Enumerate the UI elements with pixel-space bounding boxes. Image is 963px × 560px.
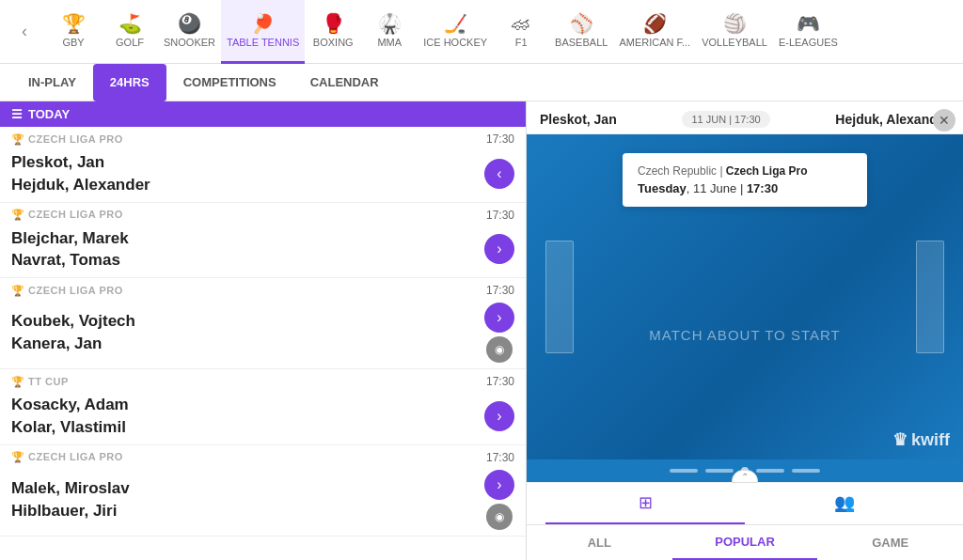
league-bold: Czech Liga Pro [726,164,808,178]
ice-hockey-label: ICE HOCKEY [423,37,487,48]
player2-name: Navrat, Tomas [11,249,484,272]
expand-button[interactable]: ⌃ [732,470,758,483]
kwiff-crown-icon: ♛ [892,429,908,450]
competition-row: 🏆 CZECH LIGA PRO17:30 [0,127,526,148]
match-players: Kosacky, Adam Kolar, Vlastimil [11,394,484,439]
match-row: Kosacky, Adam Kolar, Vlastimil › [0,390,526,444]
left-panel: ☰ TODAY 🏆 CZECH LIGA PRO17:30 Pleskot, J… [0,101,527,560]
match-arrow-button[interactable]: › [484,401,514,431]
filter-tabs: ALLPOPULARGAME [527,525,963,560]
right-content: Czech Republic | Czech Liga Pro Tuesday,… [527,134,963,560]
snooker-icon: 🎱 [178,12,201,35]
player1-name: Malek, Miroslav [11,477,484,500]
player1-name: Blejchar, Marek [11,227,484,250]
match-row: Blejchar, Marek Navrat, Tomas › [0,224,526,278]
volleyball-icon: 🏐 [723,12,747,35]
match-time: 17:30 [486,132,514,146]
match-visual: Czech Republic | Czech Liga Pro Tuesday,… [527,134,963,459]
competition-icon: 🏆 [11,133,25,145]
right-player1: Pleskot, Jan [540,112,617,127]
tab-24hrs[interactable]: 24HRS [93,64,166,101]
match-arrow-button[interactable]: › [484,303,514,333]
btn-stack: › ◉ [484,303,514,363]
players-icon: 👥 [834,492,855,513]
right-panel: ✕ Pleskot, Jan 11 JUN | 17:30 Hejduk, Al… [527,101,963,560]
nav-item-american-f[interactable]: 🏈AMERICAN F... [613,0,696,64]
nav-item-baseball[interactable]: ⚾BASEBALL [549,0,613,64]
nav-item-mma[interactable]: 🥋MMA [361,0,418,64]
competition-row: 🏆 CZECH LIGA PRO17:30 [0,203,526,224]
close-button[interactable]: ✕ [933,109,955,132]
volleyball-label: VOLLEYBALL [702,37,767,48]
filter-tab-popular[interactable]: POPULAR [672,525,818,560]
filter-tab-all[interactable]: ALL [527,526,672,559]
nav-item-e-leagues[interactable]: 🎮E-LEAGUES [773,0,844,64]
tab-calendar[interactable]: CALENDAR [293,64,396,101]
match-datetime: Tuesday, 11 June | 17:30 [638,181,852,195]
e-leagues-icon: 🎮 [797,12,820,35]
e-leagues-label: E-LEAGUES [779,37,838,48]
match-row: Pleskot, Jan Hejduk, Alexander ‹ [0,148,526,202]
table-tennis-label: TABLE TENNIS [227,37,299,48]
match-arrow-button[interactable]: › [484,234,514,264]
match-status: MATCH ABOUT TO START [649,327,840,343]
date-label: Tuesday [638,181,687,195]
court-right [916,241,944,353]
tab-competitions[interactable]: COMPETITIONS [166,64,293,101]
baseball-label: BASEBALL [555,37,608,48]
american-f-icon: 🏈 [643,12,667,35]
match-time: 17:30 [486,209,514,222]
player1-name: Kosacky, Adam [11,394,484,416]
score-dash-1 [670,469,698,473]
gby-icon: 🏆 [62,12,86,35]
nav-item-gby[interactable]: 🏆GBY [45,0,102,64]
competition-row: 🏆 TT CUP17:30 [0,369,526,390]
player1-name: Pleskot, Jan [11,151,484,174]
nav-item-table-tennis[interactable]: 🏓TABLE TENNIS [221,0,305,64]
time-value: 17:30 [747,181,778,195]
match-header-right: Pleskot, Jan 11 JUN | 17:30 Hejduk, Alex… [527,101,963,134]
american-f-label: AMERICAN F... [619,37,690,48]
match-extra-button[interactable]: ◉ [486,504,513,530]
nav-item-snooker[interactable]: 🎱SNOOKER [158,0,221,64]
score-dash-3 [756,469,784,473]
match-extra-button[interactable]: ◉ [486,336,513,363]
competition-name: 🏆 CZECH LIGA PRO [11,133,123,146]
score-dash-2 [705,469,734,473]
competition-icon: 🏆 [11,451,25,462]
tab-players[interactable]: 👥 [745,483,944,524]
match-players: Blejchar, Marek Navrat, Tomas [11,227,484,272]
nav-item-volleyball[interactable]: 🏐VOLLEYBALL [696,0,773,64]
right-bottom: ⌃ ⊞ 👥 ALLPOPULARGAME [527,482,963,560]
player2-name: Kanera, Jan [11,333,484,355]
nav-item-golf[interactable]: ⛳GOLF [102,0,158,64]
match-players: Malek, Miroslav Hiblbauer, Jiri [11,477,484,522]
grid-icon: ⊞ [639,492,653,513]
btn-stack: › ◉ [484,470,514,530]
match-arrow-button[interactable]: › [484,470,514,500]
competition-name: 🏆 CZECH LIGA PRO [11,285,123,297]
ice-hockey-icon: 🏒 [444,12,467,35]
match-time: 17:30 [486,284,514,297]
match-group: 🏆 CZECH LIGA PRO17:30 Koubek, Vojtech Ka… [0,278,526,369]
match-time: 17:30 [486,451,514,464]
match-arrow-button[interactable]: ‹ [484,159,514,189]
tab-grid[interactable]: ⊞ [545,483,745,524]
nav-item-boxing[interactable]: 🥊BOXING [305,0,361,64]
filter-tab-game[interactable]: GAME [817,526,963,559]
boxing-icon: 🥊 [322,12,345,35]
player2-name: Kolar, Vlastimil [11,416,484,439]
today-icon: ☰ [11,107,23,121]
nav-item-f1[interactable]: 🏎F1 [493,0,549,64]
tab-in-play[interactable]: IN-PLAY [11,64,93,101]
match-row: Malek, Miroslav Hiblbauer, Jiri › ◉ [0,466,526,536]
competition-row: 🏆 CZECH LIGA PRO17:30 [0,445,526,466]
nav-item-ice-hockey[interactable]: 🏒ICE HOCKEY [418,0,493,64]
player2-name: Hejduk, Alexander [11,174,484,196]
competition-icon: 🏆 [11,209,25,220]
gby-label: GBY [62,37,84,48]
back-button[interactable]: ‹ [8,22,41,41]
court-left [545,241,574,353]
score-dash-4 [792,469,820,473]
today-label: TODAY [28,107,70,121]
